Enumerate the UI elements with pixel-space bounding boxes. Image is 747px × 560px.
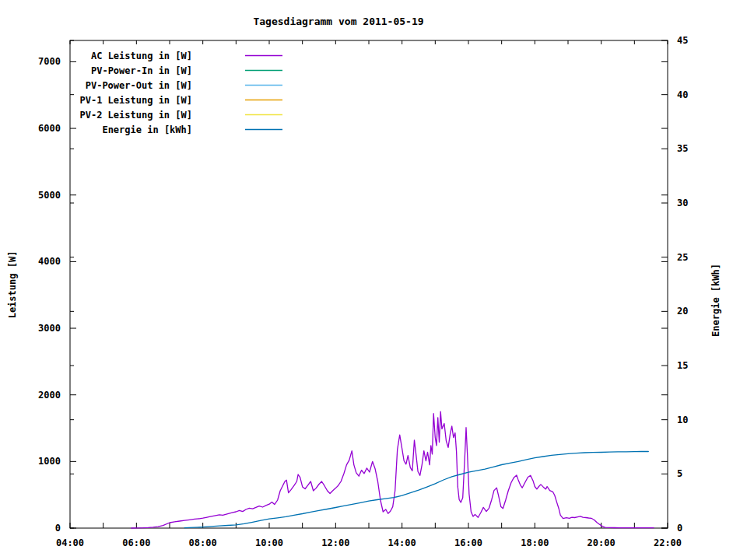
y-right-tick-label: 5 [677, 468, 682, 479]
series-line-0 [132, 411, 654, 528]
legend-label-2: PV-Power-Out in [W] [86, 80, 192, 91]
legend-label-0: AC Leistung in [W] [91, 51, 192, 61]
y-left-tick-label: 5000 [38, 190, 61, 201]
y-right-tick-label: 25 [677, 252, 688, 263]
y-left-tick-label: 7000 [38, 56, 61, 67]
x-tick-label: 14:00 [388, 537, 416, 548]
y-left-tick-label: 1000 [38, 456, 61, 467]
y-right-tick-label: 45 [677, 35, 688, 46]
legend-label-4: PV-2 Leistung in [W] [80, 110, 193, 121]
x-tick-label: 12:00 [321, 537, 349, 548]
y-right-axis-title: Energie [kWh] [710, 264, 721, 337]
legend-label-1: PV-Power-In in [W] [91, 65, 192, 76]
x-tick-label: 20:00 [587, 537, 615, 548]
y-left-tick-label: 4000 [38, 256, 61, 267]
x-tick-label: 04:00 [56, 537, 84, 548]
x-tick-label: 10:00 [255, 537, 283, 548]
y-right-tick-label: 10 [677, 415, 688, 425]
chart-title: Tagesdiagramm vom 2011-05-19 [253, 16, 423, 27]
x-tick-label: 22:00 [654, 537, 682, 548]
series-layer [132, 411, 654, 528]
x-tick-label: 18:00 [521, 537, 549, 548]
x-tick-label: 06:00 [122, 537, 150, 548]
y-right-tick-label: 35 [677, 143, 688, 154]
legend: AC Leistung in [W]PV-Power-In in [W]PV-P… [80, 51, 283, 135]
x-tick-label: 08:00 [189, 537, 217, 548]
y-right-tick-label: 15 [677, 360, 688, 371]
y-left-tick-label: 6000 [38, 123, 61, 134]
y-left-tick-label: 0 [55, 523, 61, 534]
y-right-tick-label: 40 [677, 89, 688, 100]
y-right-tick-label: 20 [677, 306, 688, 317]
y-left-axis-title: Leistung [W] [7, 251, 18, 319]
chart-canvas: Tagesdiagramm vom 2011-05-19 Leistung [W… [0, 0, 747, 560]
y-right-tick-label: 0 [677, 523, 682, 534]
y-left-tick-label: 2000 [38, 390, 61, 401]
y-left-tick-label: 3000 [38, 323, 61, 334]
x-tick-label: 16:00 [454, 537, 482, 548]
y-right-tick-label: 30 [677, 198, 688, 208]
day-diagram-chart: Tagesdiagramm vom 2011-05-19 Leistung [W… [0, 0, 747, 560]
legend-label-5: Energie in [kWh] [102, 124, 192, 135]
legend-label-3: PV-1 Leistung in [W] [80, 95, 193, 106]
